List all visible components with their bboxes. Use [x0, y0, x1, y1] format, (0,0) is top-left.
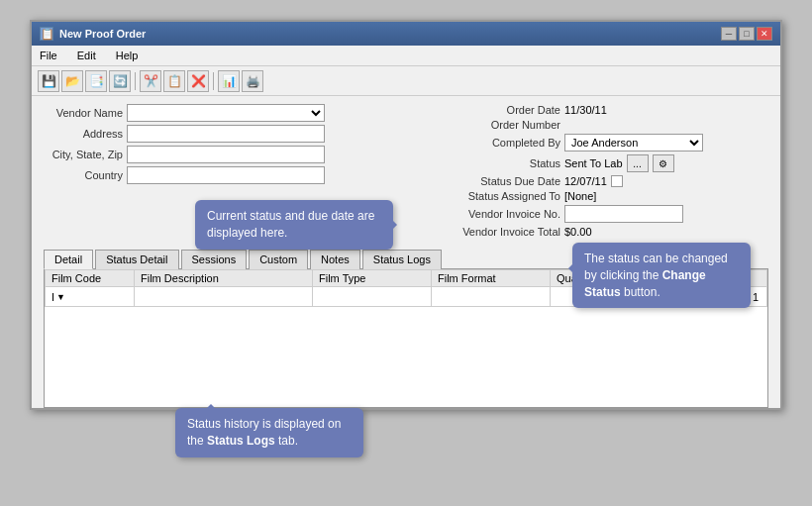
col-film-desc: Film Description	[135, 270, 313, 287]
cell-film-code: I ▼	[46, 287, 135, 307]
toolbar-delete[interactable]: ❌	[187, 70, 209, 92]
order-date-value: 11/30/11	[564, 104, 607, 116]
status-label: Status	[452, 157, 560, 169]
change-status-button[interactable]: ⚙	[653, 154, 674, 172]
tooltip2-text: The status can be changed by clicking th…	[584, 252, 728, 299]
tab-custom[interactable]: Custom	[249, 250, 308, 269]
country-label: Country	[44, 169, 123, 181]
status-assigned-label: Status Assigned To	[452, 190, 560, 202]
toolbar-open[interactable]: 📂	[61, 70, 83, 92]
title-bar-left: 📋 New Proof Order	[40, 27, 146, 41]
window-title: New Proof Order	[59, 28, 146, 40]
toolbar-cut[interactable]: ✂️	[140, 70, 161, 92]
right-column: Order Date 11/30/11 Order Number Complet…	[452, 104, 768, 241]
vendor-name-label: Vendor Name	[44, 107, 123, 119]
window-inner: Vendor Name Address City, State, Zip Cou…	[32, 96, 780, 408]
tooltip-status-logs: Status history is displayed on the Statu…	[175, 408, 363, 457]
status-due-date-row: Status Due Date 12/07/11	[452, 175, 768, 187]
title-buttons: ─ □ ✕	[721, 27, 772, 41]
country-input[interactable]	[127, 166, 325, 184]
city-label: City, State, Zip	[44, 149, 123, 160]
city-row: City, State, Zip	[44, 146, 444, 163]
main-window: 📋 New Proof Order ─ □ ✕ File Edit Help 💾…	[30, 20, 782, 410]
tooltip3-bold: Status Logs	[207, 434, 275, 448]
status-row: Status Sent To Lab ... ⚙	[452, 154, 768, 172]
status-due-date-value: 12/07/11	[564, 175, 607, 187]
tooltip-change-status: The status can be changed by clicking th…	[572, 243, 751, 308]
vendor-name-select[interactable]	[127, 104, 325, 122]
tab-status-logs[interactable]: Status Logs	[362, 250, 442, 269]
menu-edit[interactable]: Edit	[73, 48, 100, 63]
completed-by-select[interactable]: Joe Anderson	[564, 134, 703, 152]
tab-notes[interactable]: Notes	[310, 250, 360, 269]
address-input[interactable]	[127, 125, 325, 143]
tooltip2-bold: Change Status	[584, 268, 706, 299]
vendor-invoice-total-row: Vendor Invoice Total $0.00	[452, 226, 768, 238]
window-icon: 📋	[40, 27, 53, 41]
vendor-invoice-total-value: $0.00	[564, 226, 592, 238]
country-row: Country	[44, 166, 444, 184]
tab-detail[interactable]: Detail	[44, 250, 93, 269]
close-button[interactable]: ✕	[757, 27, 772, 41]
tab-sessions[interactable]: Sessions	[181, 250, 248, 269]
address-label: Address	[44, 128, 123, 140]
vendor-name-row: Vendor Name	[44, 104, 444, 122]
order-number-row: Order Number	[452, 119, 768, 131]
order-date-label: Order Date	[452, 104, 560, 116]
minimize-button[interactable]: ─	[721, 27, 737, 41]
tab-status-detail[interactable]: Status Detail	[95, 250, 178, 269]
toolbar-paste[interactable]: 📋	[163, 70, 185, 92]
order-number-label: Order Number	[452, 119, 560, 131]
status-assigned-value: [None]	[564, 190, 596, 202]
film-code-dropdown[interactable]: ▼	[56, 292, 65, 302]
toolbar-print[interactable]: 🖨️	[242, 70, 263, 92]
vendor-invoice-no-input[interactable]	[564, 205, 683, 223]
cell-film-type	[313, 287, 432, 307]
status-value: Sent To Lab	[564, 157, 623, 169]
completed-by-label: Completed By	[452, 137, 560, 149]
order-date-row: Order Date 11/30/11	[452, 104, 768, 116]
completed-by-row: Completed By Joe Anderson	[452, 134, 768, 152]
title-bar: 📋 New Proof Order ─ □ ✕	[32, 22, 780, 46]
col-film-code: Film Code	[46, 270, 135, 287]
toolbar-sep1	[135, 72, 136, 90]
tooltip3-text: Status history is displayed on the Statu…	[187, 417, 341, 448]
cell-film-format	[432, 287, 551, 307]
vendor-invoice-total-label: Vendor Invoice Total	[452, 226, 560, 238]
toolbar-sep2	[213, 72, 214, 90]
toolbar: 💾 📂 📑 🔄 ✂️ 📋 ❌ 📊 🖨️	[32, 66, 780, 96]
status-detail-button[interactable]: ...	[627, 154, 649, 172]
status-assigned-row: Status Assigned To [None]	[452, 190, 768, 202]
film-code-value: I	[51, 291, 54, 303]
menu-bar: File Edit Help	[32, 46, 780, 66]
status-due-date-label: Status Due Date	[452, 175, 560, 187]
cell-film-desc	[135, 287, 313, 307]
tooltip1-text: Current status and due date are displaye…	[207, 209, 374, 240]
vendor-invoice-no-label: Vendor Invoice No.	[452, 208, 560, 220]
maximize-button[interactable]: □	[739, 27, 755, 41]
vendor-invoice-no-row: Vendor Invoice No.	[452, 205, 768, 223]
col-film-format: Film Format	[432, 270, 551, 287]
toolbar-chart[interactable]: 📊	[218, 70, 240, 92]
col-film-type: Film Type	[313, 270, 432, 287]
status-due-date-checkbox[interactable]	[611, 175, 623, 187]
toolbar-refresh[interactable]: 🔄	[109, 70, 131, 92]
menu-file[interactable]: File	[36, 48, 61, 63]
toolbar-copy[interactable]: 📑	[85, 70, 107, 92]
address-row: Address	[44, 125, 444, 143]
form-area: Vendor Name Address City, State, Zip Cou…	[32, 96, 780, 245]
toolbar-save[interactable]: 💾	[38, 70, 59, 92]
city-input[interactable]	[127, 146, 325, 163]
menu-help[interactable]: Help	[112, 48, 143, 63]
tooltip-status-info: Current status and due date are displaye…	[195, 200, 393, 250]
